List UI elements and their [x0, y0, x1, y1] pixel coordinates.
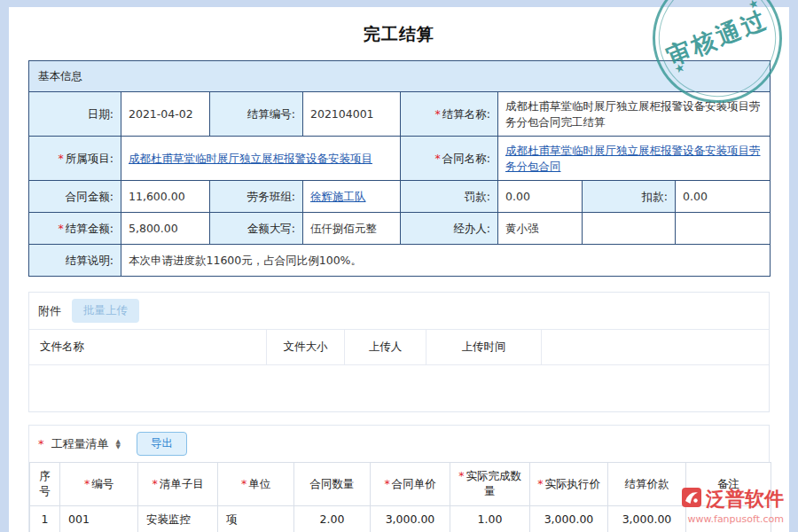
brand-url: www.fanpusoft.com: [682, 513, 784, 525]
cell-contract-price: 3,000.00: [371, 505, 450, 532]
empty-cell: [676, 213, 771, 245]
settle-name-label: *结算名称:: [401, 92, 498, 137]
deduction-label: 扣款:: [583, 181, 676, 213]
note-label: 结算说明:: [29, 245, 121, 277]
batch-upload-button[interactable]: 批量上传: [72, 299, 139, 323]
project-link[interactable]: 成都杜甫草堂临时展厅独立展柜报警设备安装项目: [129, 152, 372, 165]
settle-amount-label: *结算金额:: [29, 213, 121, 245]
penalty-label: 罚款:: [401, 181, 498, 213]
sort-desc-icon: ▼: [116, 444, 121, 450]
content-panel: 完工结算 基本信息 日期: 2021-04-02 结算编号: 202104001…: [9, 7, 789, 532]
project-value: 成都杜甫草堂临时展厅独立展柜报警设备安装项目: [121, 137, 401, 181]
table-row: 合同金额: 11,600.00 劳务班组: 徐辉施工队 罚款: 0.00 扣款:…: [29, 181, 771, 213]
contract-name-value: 成都杜甫草堂临时展厅独立展柜报警设备安装项目劳务分包合同: [498, 137, 771, 181]
note-value: 本次申请进度款11600元，占合同比例100%。: [121, 245, 771, 277]
cell-code: 001: [60, 505, 138, 532]
cell-unit: 项: [218, 505, 294, 532]
cell-actual-price: 3,000.00: [530, 505, 608, 532]
contract-name-link[interactable]: 成都杜甫草堂临时展厅独立展柜报警设备安装项目劳务分包合同: [505, 144, 761, 173]
col-file-name: 文件名称: [29, 330, 267, 364]
table-row: 日期: 2021-04-02 结算编号: 202104001 *结算名称: 成都…: [29, 92, 771, 137]
attachments-section: 附件 批量上传 文件名称 文件大小 上传人 上传时间: [28, 292, 770, 412]
handler-value: 黄小强: [498, 213, 583, 245]
col-uploader: 上传人: [345, 330, 426, 364]
required-marker: *: [84, 477, 90, 490]
required-marker: *: [537, 477, 543, 490]
attachments-toolbar: 附件 批量上传: [29, 293, 769, 329]
col-contract-price: *合同单价: [371, 463, 450, 506]
quantity-list-section: * 工程量清单 ▲ ▼ 导出 序号 *编号 *清单子目 *单位 合同数量 *合同…: [28, 425, 770, 532]
settle-no-value: 202104001: [303, 92, 401, 137]
penalty-value: 0.00: [498, 181, 583, 213]
col-unit: *单位: [218, 463, 294, 506]
brand-name: 泛普软件: [706, 486, 784, 512]
contract-name-label: *合同名称:: [401, 137, 498, 181]
required-marker: *: [384, 477, 389, 490]
col-code: *编号: [60, 463, 138, 506]
project-label: *所属项目:: [29, 137, 121, 181]
settle-amount-label-text: 结算金额:: [66, 222, 113, 235]
amount-words-value: 伍仟捌佰元整: [303, 213, 401, 245]
contract-name-label-text: 合同名称:: [442, 152, 490, 165]
table-row: *所属项目: 成都杜甫草堂临时展厅独立展柜报警设备安装项目 *合同名称: 成都杜…: [29, 137, 771, 181]
stamp-star-icon: ★: [672, 60, 686, 76]
required-marker: *: [59, 222, 64, 235]
contract-amount-value: 11,600.00: [121, 181, 210, 213]
required-marker: *: [435, 152, 441, 165]
settle-amount-value: 5,800.00: [121, 213, 210, 245]
settle-no-label: 结算编号:: [210, 92, 303, 137]
quantity-list-title: 工程量清单: [51, 436, 109, 452]
contract-amount-label: 合同金额:: [29, 181, 121, 213]
footer-brand: 泛普软件 www.fanpusoft.com: [682, 486, 784, 525]
quantity-list-toolbar: * 工程量清单 ▲ ▼ 导出: [29, 426, 769, 462]
export-button[interactable]: 导出: [137, 432, 187, 456]
col-settle-amount: 结算价款: [608, 463, 686, 506]
cell-settle-amount: 3,000.00: [608, 505, 686, 532]
cell-seq: 1: [30, 505, 60, 532]
table-row: *结算金额: 5,800.00 金额大写: 伍仟捌佰元整 经办人: 黄小强: [29, 213, 771, 245]
handler-label: 经办人:: [401, 213, 498, 245]
required-marker: *: [435, 107, 441, 121]
labor-team-label: 劳务班组:: [210, 181, 303, 213]
required-marker: *: [38, 437, 44, 450]
table-row[interactable]: 1 001 安装监控 项 2.00 3,000.00 1.00 3,000.00…: [30, 505, 771, 532]
cell-contract-qty: 2.00: [294, 505, 371, 532]
date-label: 日期:: [29, 92, 121, 137]
project-label-text: 所属项目:: [66, 152, 113, 165]
amount-words-label: 金额大写:: [210, 213, 303, 245]
col-file-size: 文件大小: [267, 330, 345, 364]
table-row: 结算说明: 本次申请进度款11600元，占合同比例100%。: [29, 245, 771, 277]
col-actual-price: *实际执行价: [530, 463, 608, 506]
required-marker: *: [458, 469, 464, 482]
required-marker: *: [59, 152, 64, 165]
cell-actual-qty: 1.00: [450, 505, 530, 532]
col-contract-qty: 合同数量: [294, 463, 371, 506]
col-seq: 序号: [30, 463, 60, 506]
attachments-header-row: 文件名称 文件大小 上传人 上传时间: [29, 329, 769, 365]
attachments-label: 附件: [38, 303, 61, 319]
settle-name-label-text: 结算名称:: [442, 107, 490, 121]
date-value: 2021-04-02: [121, 92, 210, 137]
required-marker: *: [241, 477, 246, 490]
labor-team-link[interactable]: 徐辉施工队: [310, 190, 366, 203]
col-sub-item: *清单子目: [138, 463, 218, 506]
attachments-empty-body: [29, 365, 769, 411]
cell-sub-item: 安装监控: [138, 505, 218, 532]
empty-cell: [583, 213, 676, 245]
quantity-table: 序号 *编号 *清单子目 *单位 合同数量 *合同单价 *实际完成数量 *实际执…: [29, 462, 771, 532]
deduction-value: 0.00: [676, 181, 771, 213]
stamp-star-icon: ★: [746, 0, 760, 12]
col-upload-time: 上传时间: [426, 330, 542, 364]
quantity-header-row: 序号 *编号 *清单子目 *单位 合同数量 *合同单价 *实际完成数量 *实际执…: [30, 463, 771, 506]
col-actual-qty: *实际完成数量: [450, 463, 530, 506]
fanpu-logo-icon: [682, 488, 701, 511]
col-empty: [542, 330, 769, 364]
required-marker: *: [152, 477, 157, 490]
labor-team-value: 徐辉施工队: [303, 181, 401, 213]
sort-icon[interactable]: ▲ ▼: [116, 439, 121, 450]
basic-info-table: 基本信息 日期: 2021-04-02 结算编号: 202104001 *结算名…: [28, 60, 771, 277]
